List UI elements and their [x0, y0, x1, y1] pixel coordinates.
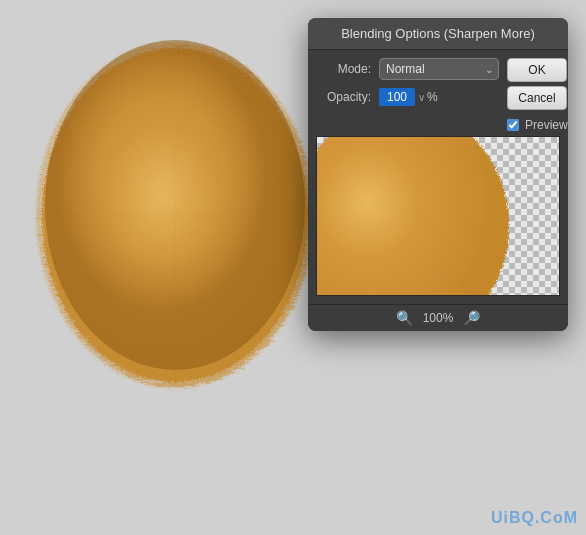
preview-label: Preview — [525, 118, 568, 132]
mode-label: Mode: — [316, 62, 371, 76]
zoom-level: 100% — [423, 311, 454, 325]
mode-select[interactable]: Normal — [379, 58, 499, 80]
preview-row: Preview — [507, 118, 568, 132]
preview-content — [317, 137, 559, 295]
opacity-arrow: ∨ — [418, 92, 425, 103]
svg-point-15 — [45, 40, 305, 370]
preview-checkbox[interactable] — [507, 119, 519, 131]
preview-area — [316, 136, 560, 296]
zoom-in-icon[interactable]: 🔎 — [463, 310, 480, 326]
fur-blob — [20, 20, 340, 410]
mode-row: Mode: Normal — [316, 58, 499, 80]
zoom-out-icon[interactable]: 🔍 — [396, 310, 413, 326]
ok-button[interactable]: OK — [507, 58, 567, 82]
opacity-label: Opacity: — [316, 90, 371, 104]
opacity-unit: % — [427, 90, 438, 104]
dialog-title: Blending Options (Sharpen More) — [308, 18, 568, 50]
zoom-bar: 🔍 100% 🔎 — [308, 304, 568, 331]
cancel-button[interactable]: Cancel — [507, 86, 567, 110]
opacity-input[interactable] — [379, 88, 415, 106]
blending-options-dialog: Blending Options (Sharpen More) Mode: No… — [308, 18, 568, 331]
svg-point-16 — [317, 137, 509, 295]
opacity-row: Opacity: ∨ % — [316, 88, 499, 106]
watermark: UiBQ.CoM — [491, 509, 578, 527]
mode-select-wrapper: Normal — [379, 58, 499, 80]
